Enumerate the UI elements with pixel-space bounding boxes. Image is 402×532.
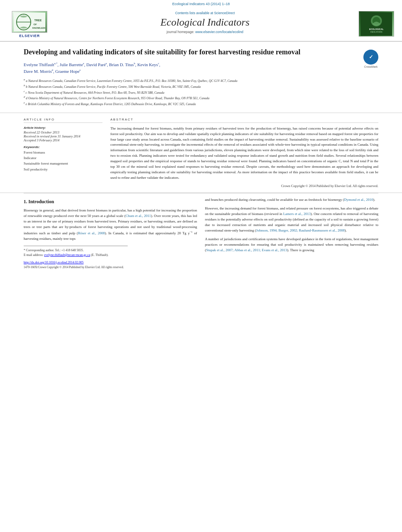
ecological-indicators-logo: ECOLOGICAL INDICATORS xyxy=(359,11,394,37)
journal-header: TREE OF KNOWLEDGE ELSEVIER Contents list… xyxy=(0,8,402,42)
keywords-list: Forest biomass Indicator Sustainable for… xyxy=(24,150,102,172)
article-info-heading: ARTICLE INFO xyxy=(24,118,102,123)
revised-date: Received in revised form 31 January 2014 xyxy=(24,134,102,138)
keywords-label: Keywords: xyxy=(24,145,102,149)
main-col-left: 1. Introduction Bioenergy in general, an… xyxy=(24,197,197,269)
keyword-1: Forest biomass xyxy=(24,150,45,154)
keyword-3: Sustainable forest management xyxy=(24,161,68,165)
journal-indicator-text: Ecological Indicators 43 (2014) 1–18 xyxy=(172,2,230,6)
intro-paragraph-1: Bioenergy in general, and that derived f… xyxy=(24,208,197,242)
elsevier-brand-text: ELSEVIER xyxy=(19,34,40,38)
ref-roser[interactable]: Röser et al., 2008 xyxy=(78,231,105,235)
svg-text:INDICATORS: INDICATORS xyxy=(370,31,383,33)
article-title: Developing and validating indicators of … xyxy=(24,48,357,57)
corresponding-author-note: * Corresponding author. Tel.: +1 418 648… xyxy=(24,248,128,258)
accepted-date: Accepted 3 February 2014 xyxy=(24,138,102,142)
journal-header-center: Contents lists available at ScienceDirec… xyxy=(51,11,359,34)
svg-text:KNOWLEDGE: KNOWLEDGE xyxy=(32,27,45,29)
ref-lamers[interactable]: Lamers et al., 2013 xyxy=(283,212,311,216)
keywords-section: Keywords: Forest biomass Indicator Susta… xyxy=(24,145,102,172)
abstract-heading: ABSTRACT xyxy=(110,118,378,123)
doi-anchor[interactable]: http://dx.doi.org/10.1016/j.ecolind.2014… xyxy=(24,261,84,264)
crossmark-label: CrossMark xyxy=(363,65,378,68)
copyright-notice: Crown Copyright © 2014 Published by Else… xyxy=(110,184,378,188)
ref-stupak[interactable]: Stupak et al., 2007; Abbas et al., 2011;… xyxy=(206,248,287,252)
ref-johnson[interactable]: Johnson, 1994; Burger, 2002; Raulund-Ras… xyxy=(256,228,345,232)
doi-link: http://dx.doi.org/10.1016/j.ecolind.2014… xyxy=(24,261,197,264)
section-1-title: 1. Introduction xyxy=(24,199,197,205)
crossmark-symbol: ✓ xyxy=(369,54,373,60)
email-link[interactable]: evelyne.thiffault@nrcan-rncan.gc.ca xyxy=(44,253,90,257)
svg-text:ECOLOGICAL: ECOLOGICAL xyxy=(369,28,384,30)
journal-indicator: Ecological Indicators 43 (2014) 1–18 xyxy=(0,0,402,8)
received-date: Received 22 October 2013 xyxy=(24,130,102,134)
ref-chum[interactable]: Chum et al., 2011 xyxy=(125,214,151,218)
article-header: Developing and validating indicators of … xyxy=(0,42,402,113)
article-info-abstract-section: ARTICLE INFO Article history: Received 2… xyxy=(0,113,402,193)
elsevier-logo-container: TREE OF KNOWLEDGE ELSEVIER xyxy=(8,11,51,38)
main-col-right: and branches produced during clearcuttin… xyxy=(205,197,378,269)
affiliations: a a Natural Resources Canada, Canadian F… xyxy=(24,78,378,106)
sciencedirect-link[interactable]: ScienceDirect xyxy=(214,11,234,15)
abstract-text: The increasing demand for forest biomass… xyxy=(110,126,378,181)
journal-homepage: journal homepage: www.elsevier.com/locat… xyxy=(59,30,351,34)
authors-list: Evelyne Thiffaulta,*, Julie Barrettea, D… xyxy=(24,61,357,74)
contents-available-text: Contents lists available at ScienceDirec… xyxy=(59,11,351,15)
article-info-column: ARTICLE INFO Article history: Received 2… xyxy=(24,118,102,188)
journal-title: Ecological Indicators xyxy=(59,17,351,28)
footnote-section: * Corresponding author. Tel.: +1 418 648… xyxy=(24,246,128,258)
intro-paragraph-4: A number of jurisdictions and certificat… xyxy=(205,237,378,253)
article-history: Article history: Received 22 October 201… xyxy=(24,126,102,142)
copyright-bottom: 1470-160X/Crown Copyright © 2014 Publish… xyxy=(24,265,197,269)
ref-dymond[interactable]: Dymond et al., 2010 xyxy=(344,198,373,202)
crossmark-badge: ✓ xyxy=(363,50,378,65)
homepage-link[interactable]: www.elsevier.com/locate/ecolind xyxy=(195,30,243,34)
keyword-2: Indicator xyxy=(24,156,36,160)
intro-paragraph-3: However, the increasing demand for fores… xyxy=(205,206,378,234)
elsevier-logo-image: TREE OF KNOWLEDGE xyxy=(12,11,47,33)
doi-section: http://dx.doi.org/10.1016/j.ecolind.2014… xyxy=(24,261,197,269)
intro-paragraph-2: and branches produced during clearcuttin… xyxy=(205,197,378,203)
keyword-4: Soil productivity xyxy=(24,167,48,171)
page: Ecological Indicators 43 (2014) 1–18 TRE… xyxy=(0,0,402,532)
main-content: 1. Introduction Bioenergy in general, an… xyxy=(0,193,402,273)
history-label: Article history: xyxy=(24,126,102,130)
abstract-column: ABSTRACT The increasing demand for fores… xyxy=(110,118,378,188)
svg-text:TREE: TREE xyxy=(34,19,42,22)
svg-text:OF: OF xyxy=(34,23,37,26)
